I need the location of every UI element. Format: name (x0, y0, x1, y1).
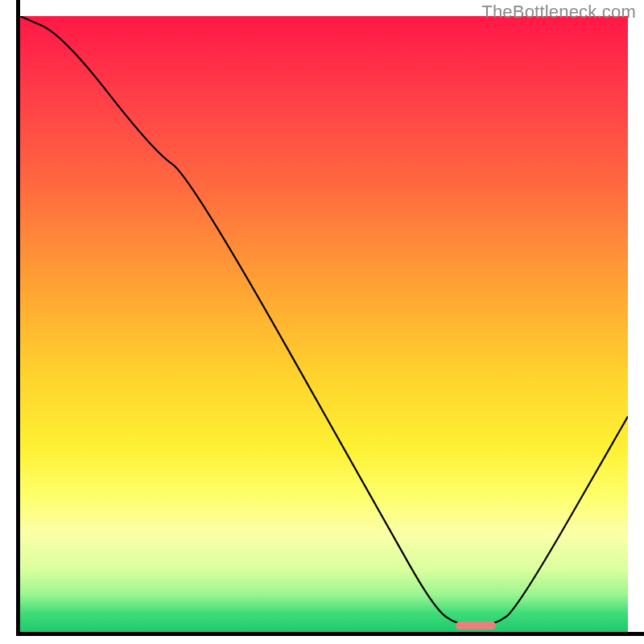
bottleneck-curve-path (20, 16, 628, 625)
x-axis-line (16, 632, 644, 636)
optimal-marker (456, 621, 496, 630)
plot-area (20, 16, 628, 632)
chart-container: TheBottleneck.com (0, 0, 644, 644)
watermark-text: TheBottleneck.com (481, 2, 636, 23)
curve-svg (20, 16, 628, 632)
